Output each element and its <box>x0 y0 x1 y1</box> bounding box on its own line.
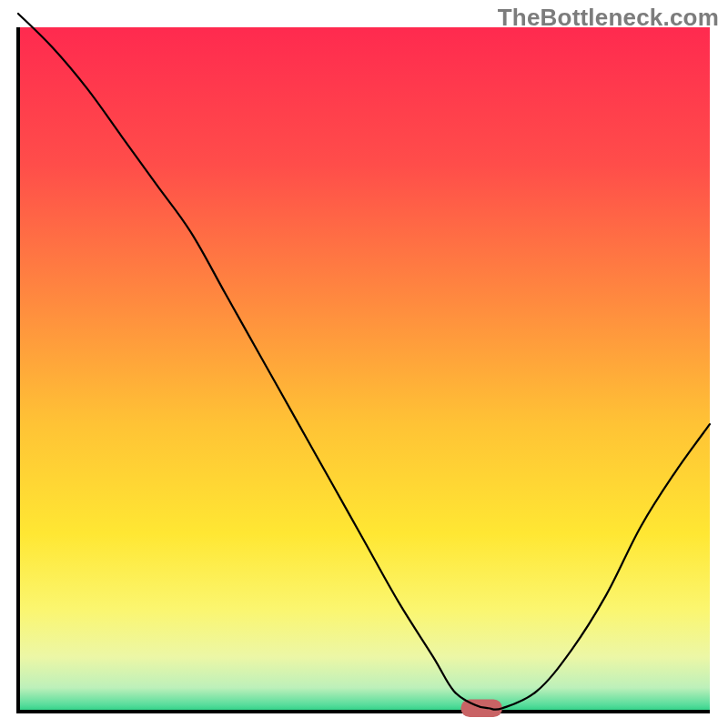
bottleneck-chart <box>0 0 728 728</box>
chart-gradient-background <box>18 27 710 712</box>
